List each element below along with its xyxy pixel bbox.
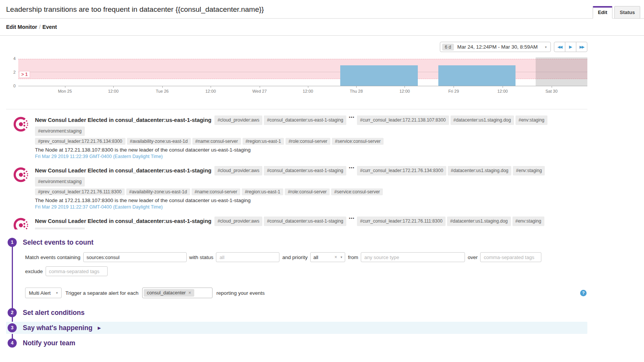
event-title-row: New Consul Leader Elected in consul_data… <box>35 115 587 137</box>
event-tag[interactable]: #region:us-east-1 <box>242 188 283 195</box>
event-tag[interactable]: #datacenter:us1.staging.dog <box>447 217 511 226</box>
exclude-tags-input[interactable] <box>46 266 108 276</box>
event-tag[interactable]: #cloud_provider:aws <box>214 166 262 175</box>
event-tag[interactable]: #environment:staging <box>35 126 85 136</box>
monitor-steps: 1 Select events to count Match events co… <box>6 238 587 348</box>
event-timestamp: Fri Mar 29 2019 11:22:39 GMT-0400 (Easte… <box>35 154 587 159</box>
consul-logo-icon <box>12 217 30 229</box>
priority-value: all <box>313 255 334 260</box>
from-label: from <box>348 255 358 260</box>
event-tag[interactable]: #role:consul-server <box>286 138 330 145</box>
event-tag[interactable]: #name:consul-server <box>192 188 240 195</box>
group-by-input[interactable]: consul_datacenter× <box>142 288 213 298</box>
breadcrumb-separator: / <box>39 24 41 30</box>
forward-button[interactable]: ▶▶ <box>576 42 587 52</box>
x-axis-tick-label: 12:00 <box>108 89 119 93</box>
event-tag[interactable]: #consul_datacenter:us-east-1-staging <box>264 115 346 125</box>
event-title-row: New Consul Leader Elected in consul_data… <box>35 216 587 229</box>
alert-type-select[interactable]: Multi Alert ▾ <box>25 288 62 298</box>
x-axis-tick-label: Wed 27 <box>252 89 267 93</box>
event-tag[interactable]: #environment:staging <box>35 177 85 187</box>
match-events-input[interactable] <box>83 252 187 262</box>
time-range-select[interactable]: 6 d Mar 24, 12:24PM - Mar 30, 8:59AM ▾ <box>440 42 551 52</box>
x-axis-tick <box>211 86 211 88</box>
play-button[interactable]: ▶ <box>565 42 576 52</box>
breadcrumb-page: Event <box>43 24 57 30</box>
breadcrumb-section[interactable]: Edit Monitor <box>6 24 37 30</box>
tab-edit[interactable]: Edit <box>593 6 613 19</box>
remove-token-icon[interactable]: × <box>189 290 191 296</box>
x-axis-tick <box>503 86 503 88</box>
event-tags-row: #prev_consul_leader:172.21.76.134:8300#a… <box>35 137 587 145</box>
event-tag[interactable]: #datacenter:us1.staging.dog <box>448 166 511 175</box>
event-tag[interactable]: #env:staging <box>516 115 547 125</box>
y-axis-tick-label: 2 <box>8 70 16 74</box>
event-tag[interactable]: #cloud_provider:aws <box>214 217 262 226</box>
event-tag[interactable]: #env:staging <box>512 217 544 226</box>
x-axis-tick-label: Thu 28 <box>350 89 363 93</box>
event-tag[interactable]: #environment:staging <box>35 228 85 229</box>
event-tag[interactable]: #datacenter:us1.staging.dog <box>450 115 514 125</box>
event-tag[interactable]: #prev_consul_leader:172.21.76.134:8300 <box>35 138 125 145</box>
event-body: New Consul Leader Elected in consul_data… <box>35 165 587 210</box>
event-message: The Node at 172.21.138.107:8300 is the n… <box>35 198 587 203</box>
help-icon[interactable]: ? <box>580 290 587 296</box>
step-3-row[interactable]: 3 Say what's happening ▶ <box>6 322 587 334</box>
more-tags-icon[interactable]: ⋯ <box>349 115 355 120</box>
event-tag[interactable]: #curr_consul_leader:172.21.76.134:8300 <box>357 166 446 175</box>
event-tag[interactable]: #availability-zone:us-east-1d <box>127 138 191 145</box>
event-list-item[interactable]: New Consul Leader Elected in consul_data… <box>6 115 587 159</box>
time-controls: 6 d Mar 24, 12:24PM - Mar 30, 8:59AM ▾ ◀… <box>6 42 587 52</box>
event-tags-row: #prev_consul_leader:172.21.76.111:8300#a… <box>35 188 587 196</box>
x-axis-tick <box>260 86 260 88</box>
event-tag[interactable]: #cloud_provider:aws <box>214 115 262 125</box>
event-list-item[interactable]: New Consul Leader Elected in consul_data… <box>6 216 587 229</box>
event-tag[interactable]: #consul_datacenter:us-east-1-staging <box>264 217 346 226</box>
event-tag[interactable]: #service:consul-server <box>331 188 383 195</box>
exclude-label: exclude <box>25 269 43 274</box>
step-1-content: Match events containing with status and … <box>25 252 587 298</box>
trigger-label: Trigger a separate alert for each <box>65 290 138 296</box>
step-4-row[interactable]: 4 Notify your team <box>6 338 587 348</box>
step-1-title: Select events to count <box>23 239 94 247</box>
event-tag[interactable]: #availability-zone:us-east-1d <box>126 188 190 195</box>
clear-icon[interactable]: × <box>335 255 337 260</box>
alert-type-row: Multi Alert ▾ Trigger a separate alert f… <box>25 288 587 298</box>
event-tag[interactable]: #env:staging <box>513 166 545 175</box>
page-title: Leadership transitions are too frequent … <box>6 5 638 14</box>
priority-select[interactable]: all × ▾ <box>310 252 345 262</box>
y-axis-tick-label: 4 <box>8 56 16 61</box>
expand-arrow-icon[interactable]: ▶ <box>98 326 101 330</box>
more-tags-icon[interactable]: ⋯ <box>349 165 355 171</box>
event-list-item[interactable]: New Consul Leader Elected in consul_data… <box>6 165 587 210</box>
source-type-input[interactable] <box>361 252 465 262</box>
tab-status[interactable]: Status <box>614 6 640 19</box>
event-tag[interactable]: #name:consul-server <box>192 138 241 145</box>
event-tag[interactable]: #curr_consul_leader:172.21.138.107:8300 <box>357 115 449 125</box>
event-tag[interactable]: #consul_datacenter:us-east-1-staging <box>264 166 346 175</box>
chart-plot[interactable]: 024> 1 <box>18 57 587 86</box>
chevron-down-icon: ▾ <box>56 291 58 295</box>
rewind-icon: ◀◀ <box>557 45 562 49</box>
event-tag[interactable]: #prev_consul_leader:172.21.76.111:8300 <box>35 188 125 195</box>
over-tags-input[interactable] <box>480 252 541 262</box>
event-tag[interactable]: #role:consul-server <box>285 188 330 195</box>
event-list: New Consul Leader Elected in consul_data… <box>6 109 587 229</box>
step-1-row: 1 Select events to count <box>6 238 587 247</box>
priority-label: and priority <box>282 255 308 260</box>
y-axis-tick-label: 0 <box>8 84 16 88</box>
more-tags-icon[interactable]: ⋯ <box>349 216 355 221</box>
step-2-row[interactable]: 2 Set alert conditions <box>6 308 587 317</box>
x-axis-tick-label: Mon 25 <box>58 89 72 93</box>
x-axis-tick-label: Tue 26 <box>156 89 169 93</box>
chevron-down-icon: ▾ <box>341 255 343 259</box>
event-title: New Consul Leader Elected in consul_data… <box>35 168 211 174</box>
play-icon: ▶ <box>569 44 572 49</box>
status-input[interactable] <box>216 252 279 262</box>
step-4-badge: 4 <box>8 338 17 348</box>
event-tag[interactable]: #region:us-east-1 <box>243 138 284 145</box>
event-tag[interactable]: #curr_consul_leader:172.21.76.111:8300 <box>357 217 446 226</box>
event-tag[interactable]: #service:consul-server <box>332 138 384 145</box>
rewind-button[interactable]: ◀◀ <box>554 42 565 52</box>
over-label: over <box>468 255 477 260</box>
